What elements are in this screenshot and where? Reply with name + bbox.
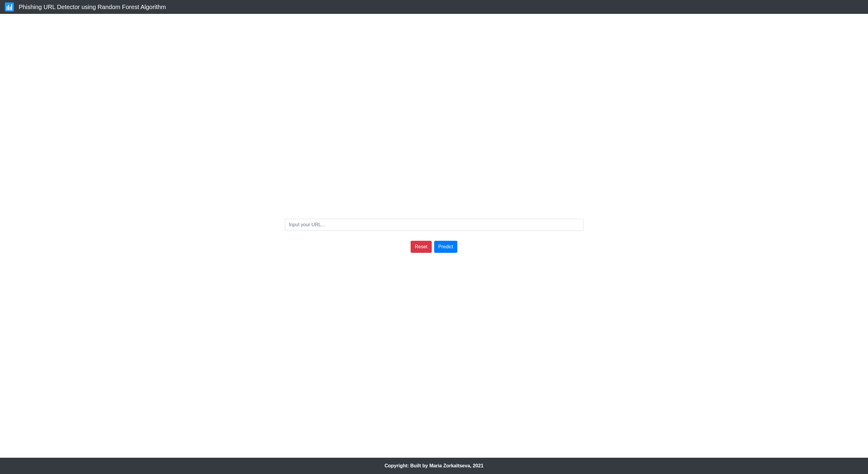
url-form: Reset Predict (285, 219, 583, 253)
reset-button[interactable]: Reset (411, 241, 432, 253)
button-group: Reset Predict (411, 241, 458, 253)
bar-chart-icon (5, 2, 14, 11)
navbar: Phishing URL Detector using Random Fores… (0, 0, 868, 14)
main-content: Reset Predict (0, 14, 868, 458)
predict-button[interactable]: Predict (434, 241, 458, 253)
url-input[interactable] (285, 219, 583, 231)
copyright-text: Copyright: Built by Maria Zorkaltseva, 2… (384, 463, 483, 468)
footer: Copyright: Built by Maria Zorkaltseva, 2… (0, 458, 868, 474)
page-title: Phishing URL Detector using Random Fores… (19, 4, 166, 10)
